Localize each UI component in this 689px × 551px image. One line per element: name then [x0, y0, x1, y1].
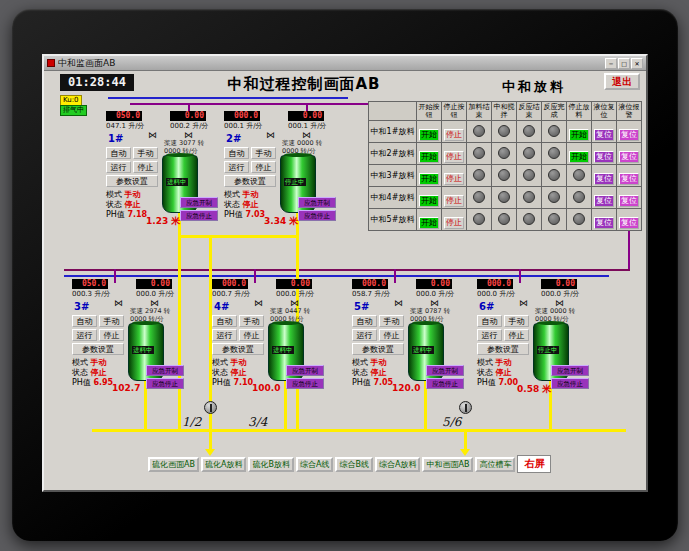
stop-button[interactable]: 停止: [239, 329, 264, 341]
emergency-open-button[interactable]: 应急开制: [426, 365, 464, 376]
nav-button[interactable]: 硫化画面AB: [148, 457, 199, 472]
alarm-reset-button[interactable]: 复位: [619, 217, 639, 229]
manual-button[interactable]: 手动: [504, 315, 529, 327]
auto-button[interactable]: 自动: [224, 147, 249, 159]
emergency-open-button[interactable]: 应急开制: [180, 197, 218, 208]
pump-pair-label: 5/6: [442, 415, 461, 429]
emergency-stop-button[interactable]: 应急停止: [146, 378, 184, 389]
start-button[interactable]: 开始: [419, 217, 439, 229]
mode-value: 手动: [243, 190, 259, 199]
parameter-settings-button[interactable]: 参数设置: [106, 175, 158, 187]
emergency-stop-button[interactable]: 应急停止: [426, 378, 464, 389]
stop-button[interactable]: 停止: [444, 173, 464, 185]
nav-button[interactable]: 综合A线: [296, 457, 333, 472]
start-button[interactable]: 开始: [419, 129, 439, 141]
emergency-open-button[interactable]: 应急开制: [146, 365, 184, 376]
stop-button[interactable]: 停止: [379, 329, 404, 341]
stop-button[interactable]: 停止: [444, 195, 464, 207]
level-reset-button[interactable]: 复位: [594, 195, 614, 207]
parameter-settings-button[interactable]: 参数设置: [477, 343, 529, 355]
ph-label: PH值: [224, 210, 245, 219]
emergency-stop-button[interactable]: 应急停止: [286, 378, 324, 389]
start-button[interactable]: 开始: [419, 173, 439, 185]
stop-button[interactable]: 停止: [504, 329, 529, 341]
ph-line: PH值 7.05: [352, 378, 393, 388]
emergency-open-button[interactable]: 应急开制: [298, 197, 336, 208]
stop-button[interactable]: 停止: [133, 161, 158, 173]
parameter-settings-button[interactable]: 参数设置: [224, 175, 276, 187]
mid-start-button[interactable]: 开始: [569, 129, 589, 141]
footer-nav: 硫化画面AB硫化A放料硫化B放料综合A线综合B线综合A放料中和画面AB高位槽车右…: [148, 455, 551, 473]
nav-button[interactable]: 硫化B放料: [248, 457, 294, 472]
indicator-cell: [492, 187, 517, 209]
release-table-title: 中和放料: [464, 78, 604, 96]
mode-line: 模式 手动: [72, 358, 113, 368]
run-button[interactable]: 运行: [106, 161, 131, 173]
nav-button[interactable]: 硫化A放料: [201, 457, 246, 472]
manual-button[interactable]: 手动: [99, 315, 124, 327]
manual-button[interactable]: 手动: [379, 315, 404, 327]
manual-button[interactable]: 手动: [133, 147, 158, 159]
auto-button[interactable]: 自动: [106, 147, 131, 159]
level-reset-button[interactable]: 复位: [594, 217, 614, 229]
state-line: 状态 停止: [212, 368, 253, 378]
stop-button[interactable]: 停止: [444, 217, 464, 229]
parameter-settings-button[interactable]: 参数设置: [352, 343, 404, 355]
stop-button[interactable]: 停止: [444, 151, 464, 163]
nav-button[interactable]: 综合B线: [335, 457, 373, 472]
emergency-stop-button[interactable]: 应急停止: [551, 378, 589, 389]
pipe-yellow-outlet: [464, 429, 467, 449]
indicator-cell: [492, 165, 517, 187]
run-button[interactable]: 运行: [352, 329, 377, 341]
level-reset-button[interactable]: 复位: [594, 151, 614, 163]
nav-button[interactable]: 中和画面AB: [422, 457, 473, 472]
parameter-settings-button[interactable]: 参数设置: [72, 343, 124, 355]
alarm-reset-button[interactable]: 复位: [619, 129, 639, 141]
exit-button[interactable]: 退出: [604, 73, 640, 90]
stop-button[interactable]: 停止: [444, 129, 464, 141]
ph-value: 7.00: [498, 378, 518, 387]
auto-button[interactable]: 自动: [352, 315, 377, 327]
emergency-open-button[interactable]: 应急开制: [551, 365, 589, 376]
close-button[interactable]: ✕: [631, 58, 643, 69]
status-indicator: [498, 125, 510, 137]
minimize-button[interactable]: ─: [605, 58, 617, 69]
emergency-stop-button[interactable]: 应急停止: [298, 210, 336, 221]
run-button[interactable]: 运行: [224, 161, 249, 173]
ph-label: PH值: [352, 378, 373, 387]
right-screen-button[interactable]: 右屏: [517, 455, 551, 473]
stop-button[interactable]: 停止: [99, 329, 124, 341]
start-button[interactable]: 开始: [419, 151, 439, 163]
maximize-button[interactable]: □: [618, 58, 630, 69]
manual-button[interactable]: 手动: [239, 315, 264, 327]
run-button[interactable]: 运行: [477, 329, 502, 341]
mid-start-button[interactable]: 开始: [569, 151, 589, 163]
stop-button[interactable]: 停止: [251, 161, 276, 173]
pipe-blue-top: [108, 97, 348, 99]
flow-actual-value: 000.1 升/分: [224, 122, 263, 131]
auto-button[interactable]: 自动: [212, 315, 237, 327]
flow-setpoint-display: 0.00: [288, 111, 324, 121]
alarm-reset-button[interactable]: 复位: [619, 151, 639, 163]
run-button[interactable]: 运行: [212, 329, 237, 341]
reset-cell: 复位: [592, 121, 617, 143]
emergency-stop-button[interactable]: 应急停止: [180, 210, 218, 221]
auto-button[interactable]: 自动: [477, 315, 502, 327]
parameter-settings-button[interactable]: 参数设置: [212, 343, 264, 355]
emergency-open-button[interactable]: 应急开制: [286, 365, 324, 376]
manual-button[interactable]: 手动: [251, 147, 276, 159]
auto-button[interactable]: 自动: [72, 315, 97, 327]
alarm-reset-button[interactable]: 复位: [619, 173, 639, 185]
nav-button[interactable]: 高位槽车: [475, 457, 515, 472]
release-table: 开始按钮停止按钮加料结束中和搅拌反应结束反应完成停止放料液位复位液位报警中和1#…: [368, 101, 642, 231]
nav-button[interactable]: 综合A放料: [375, 457, 420, 472]
state-value: 停止: [231, 368, 247, 377]
run-button[interactable]: 运行: [72, 329, 97, 341]
alarm-cell: 复位: [617, 187, 642, 209]
level-reset-button[interactable]: 复位: [594, 129, 614, 141]
level-reset-button[interactable]: 复位: [594, 173, 614, 185]
start-button[interactable]: 开始: [419, 195, 439, 207]
table-row: 中和2#放料开始停止开始复位复位: [369, 143, 642, 165]
alarm-reset-button[interactable]: 复位: [619, 195, 639, 207]
flow-setpoint-display: 050.0: [72, 279, 108, 289]
